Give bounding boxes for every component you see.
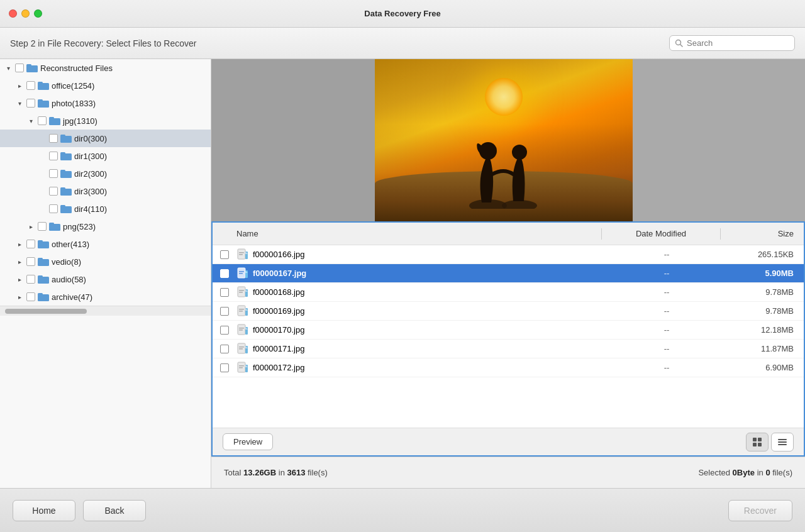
back-button[interactable]: Back <box>83 500 146 521</box>
preview-button[interactable]: Preview <box>223 433 273 450</box>
folder-icon <box>38 257 49 266</box>
sidebar-item-dir1[interactable]: dir1(300) <box>0 147 211 165</box>
svg-rect-40 <box>239 273 243 274</box>
svg-rect-25 <box>38 258 43 260</box>
sidebar-item-office[interactable]: office(1254) <box>0 77 211 94</box>
sidebar-label-audio: audio(58) <box>52 275 86 284</box>
checkbox-dir4[interactable] <box>49 204 58 213</box>
file-type-icon <box>236 305 249 318</box>
table-row[interactable]: f00000168.jpg -- 9.78MB <box>213 283 804 302</box>
minimize-button[interactable] <box>21 9 30 18</box>
svg-rect-7 <box>38 99 43 102</box>
sidebar-label-reconstructed: Reconstructed Files <box>40 64 113 73</box>
file-size: 11.87MB <box>723 344 799 353</box>
sidebar-item-photo[interactable]: photo(1833) <box>0 94 211 112</box>
preview-right-panel <box>633 59 805 221</box>
sidebar-label-dir1: dir1(300) <box>74 152 107 161</box>
folder-icon <box>26 64 38 72</box>
home-button[interactable]: Home <box>13 500 75 521</box>
checkbox-dir2[interactable] <box>49 169 58 178</box>
scrollbar-thumb[interactable] <box>5 309 87 314</box>
checkbox-dir0[interactable] <box>49 134 58 143</box>
file-size: 5.90MB <box>723 269 799 278</box>
table-row[interactable]: f00000167.jpg -- 5.90MB <box>213 264 804 283</box>
row-checkbox-col <box>218 345 236 353</box>
chevron-icon <box>15 257 24 266</box>
checkbox-audio[interactable] <box>26 275 35 284</box>
svg-rect-64 <box>753 443 757 446</box>
sidebar-item-other[interactable]: other(413) <box>0 235 211 253</box>
chevron-icon <box>15 240 24 248</box>
checkbox-dir3[interactable] <box>49 187 58 196</box>
chevron-icon <box>15 81 24 90</box>
col-divider <box>720 228 721 240</box>
view-buttons <box>746 433 794 452</box>
checkbox-archive[interactable] <box>26 292 35 301</box>
checkbox-jpg[interactable] <box>38 116 47 125</box>
file-checkbox[interactable] <box>220 288 229 297</box>
checkbox-office[interactable] <box>26 81 35 90</box>
sidebar-item-reconstructed[interactable]: Reconstructed Files <box>0 59 211 77</box>
sidebar-label-png: png(523) <box>63 222 96 231</box>
table-row[interactable]: f00000171.jpg -- 11.87MB <box>213 340 804 358</box>
chevron-icon <box>4 64 13 72</box>
checkbox-dir1[interactable] <box>49 152 58 160</box>
chevron-icon <box>15 99 24 108</box>
folder-icon <box>49 116 60 125</box>
sidebar-item-png[interactable]: png(523) <box>0 218 211 235</box>
sidebar-label-other: other(413) <box>52 240 89 249</box>
maximize-button[interactable] <box>34 9 42 18</box>
file-checkbox[interactable] <box>220 269 229 278</box>
svg-point-31 <box>479 142 497 160</box>
sidebar-item-dir3[interactable]: dir3(300) <box>0 182 211 200</box>
table-row[interactable]: f00000169.jpg -- 9.78MB <box>213 302 804 321</box>
table-row[interactable]: f00000170.jpg -- 12.18MB <box>213 321 804 340</box>
checkbox-png[interactable] <box>38 222 47 231</box>
traffic-lights <box>9 9 42 18</box>
title-bar: Data Recovery Free <box>0 0 805 28</box>
checkbox-photo[interactable] <box>26 99 35 108</box>
file-size: 12.18MB <box>723 325 799 335</box>
sidebar-item-dir0[interactable]: dir0(300) <box>0 130 211 147</box>
folder-icon <box>60 187 72 196</box>
search-input[interactable] <box>687 38 789 48</box>
folder-icon <box>60 169 72 178</box>
table-row[interactable]: f00000166.jpg -- 265.15KB <box>213 245 804 264</box>
file-checkbox[interactable] <box>220 345 229 353</box>
sidebar-label-jpg: jpg(1310) <box>63 116 97 126</box>
svg-rect-29 <box>38 293 43 296</box>
checkbox-vedio[interactable] <box>26 257 35 266</box>
sidebar-label-vedio: vedio(8) <box>52 257 81 267</box>
sidebar-item-jpg[interactable]: jpg(1310) <box>0 112 211 130</box>
file-type-icon <box>236 362 249 374</box>
file-size: 9.78MB <box>723 306 799 316</box>
svg-rect-55 <box>239 346 244 348</box>
search-box[interactable] <box>669 35 795 51</box>
sidebar-item-dir2[interactable]: dir2(300) <box>0 165 211 182</box>
table-row[interactable]: f00000172.jpg -- 6.90MB <box>213 358 804 377</box>
file-date: -- <box>610 344 723 353</box>
sidebar-item-audio[interactable]: audio(58) <box>0 270 211 288</box>
sidebar-horizontal-scrollbar[interactable] <box>0 306 211 316</box>
sidebar-item-dir4[interactable]: dir4(110) <box>0 200 211 218</box>
close-button[interactable] <box>9 9 17 18</box>
file-checkbox[interactable] <box>220 307 229 316</box>
file-name: f00000166.jpg <box>253 250 610 259</box>
svg-rect-17 <box>60 187 65 190</box>
file-name: f00000171.jpg <box>253 344 610 353</box>
file-checkbox[interactable] <box>220 250 229 259</box>
svg-rect-27 <box>38 275 43 278</box>
sidebar-item-vedio[interactable]: vedio(8) <box>0 253 211 270</box>
sidebar-item-archive[interactable]: archive(47) <box>0 288 211 306</box>
recover-button[interactable]: Recover <box>728 500 792 521</box>
svg-rect-15 <box>60 170 65 172</box>
checkbox-other[interactable] <box>26 240 35 248</box>
file-checkbox[interactable] <box>220 326 229 335</box>
main-content: Reconstructed Files office(1254) <box>0 59 805 488</box>
grid-view-button[interactable] <box>746 433 769 452</box>
list-view-button[interactable] <box>771 433 794 452</box>
checkbox-reconstructed[interactable] <box>15 64 24 72</box>
content-wrapper: Name Date Modified Size f00000166 <box>211 59 805 488</box>
file-checkbox[interactable] <box>220 363 229 372</box>
file-size: 9.78MB <box>723 287 799 297</box>
